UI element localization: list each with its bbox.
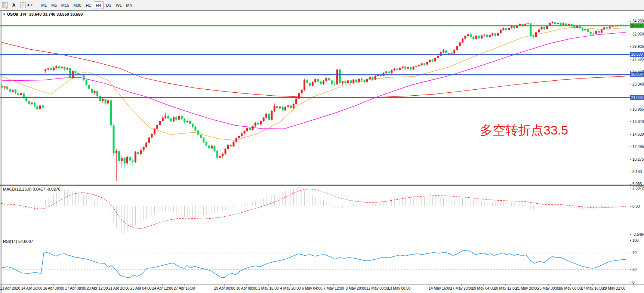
candlesticks <box>1 21 627 181</box>
svg-text:23 Apr 04:00: 23 Apr 04:00 <box>130 286 152 290</box>
svg-text:16.840: 16.840 <box>632 120 644 124</box>
svg-text:14.630: 14.630 <box>632 132 644 136</box>
chart-title[interactable]: ▼USOil-,H433.640 33.740 33.550 33.580 <box>3 12 83 16</box>
svg-text:21.000: 21.000 <box>631 96 643 100</box>
chart-area: 33.50028.50025.00021.00034.26032.05029.9… <box>0 10 644 293</box>
rsi-line <box>1 250 626 278</box>
svg-text:0.00: 0.00 <box>632 204 640 209</box>
svg-text:4 May 20:00: 4 May 20:00 <box>280 286 301 290</box>
svg-text:1 May 16:00: 1 May 16:00 <box>258 286 278 290</box>
macd-signal-line <box>1 189 626 228</box>
timeframe-h1-button[interactable]: H1 <box>84 1 93 9</box>
svg-text:16 Apr 00:00: 16 Apr 00:00 <box>43 286 64 290</box>
svg-text:8 May 20:00: 8 May 20:00 <box>345 286 366 290</box>
chevron-down-icon: ▾ <box>31 3 33 7</box>
svg-text:2.3072: 2.3072 <box>632 186 644 190</box>
svg-text:17 May 23:00: 17 May 23:00 <box>450 286 473 290</box>
svg-text:20 Apr 12:00: 20 Apr 12:00 <box>87 286 108 290</box>
svg-text:25 May 00:00: 25 May 00:00 <box>537 286 560 290</box>
svg-text:28.500: 28.500 <box>631 52 643 56</box>
rsi-indicator-label: RSI(14) 54.6007 <box>3 239 33 244</box>
svg-text:34.260: 34.260 <box>632 19 644 23</box>
rsi-panel: 10070300 <box>0 238 639 284</box>
svg-text:18.985: 18.985 <box>632 107 644 111</box>
svg-text:19 May 04:00: 19 May 04:00 <box>472 286 495 290</box>
svg-text:10.275: 10.275 <box>632 157 644 161</box>
svg-text:-3.5484: -3.5484 <box>632 232 644 237</box>
svg-text:14 May 16:00: 14 May 16:00 <box>429 286 452 290</box>
objects-icon: ✦ <box>27 3 30 8</box>
panel-borders <box>0 10 644 293</box>
toolbar-separator <box>36 1 37 9</box>
timeframe-m5-button[interactable]: M5 <box>49 1 59 9</box>
font-tool-button[interactable]: A <box>10 1 18 9</box>
timeframe-buttons: M1M5M15M30H1H4D1W1MN <box>39 1 134 9</box>
svg-text:23.340: 23.340 <box>632 82 644 86</box>
svg-text:17 Apr 08:00: 17 Apr 08:00 <box>65 286 86 290</box>
svg-text:29 Apr 00:00: 29 Apr 00:00 <box>214 286 235 290</box>
macd-indicator-label: MACD(12,26,9) 0.0417 -0.0270 <box>3 187 60 191</box>
svg-text:0: 0 <box>632 280 635 284</box>
toolbar-separator <box>137 1 138 9</box>
svg-text:27.695: 27.695 <box>632 57 644 61</box>
mt4-window: F A T ✦ ▾ M1M5M15M30H1H4D1W1MN 33.50028.… <box>0 0 644 293</box>
svg-text:32.050: 32.050 <box>632 32 644 36</box>
symbol-label: USOil-,H4 <box>7 12 26 16</box>
svg-text:27 May 16:00: 27 May 16:00 <box>581 286 604 290</box>
svg-text:20 May 12:00: 20 May 12:00 <box>494 286 517 290</box>
macd-panel: 2.30720.00-3.5484 <box>1 186 644 237</box>
symbol-dropdown-icon[interactable]: ▼ <box>3 13 6 16</box>
svg-text:14 Apr 16:00: 14 Apr 16:00 <box>21 286 43 290</box>
svg-text:12.485: 12.485 <box>632 145 644 149</box>
annotation-text: 多空转折点33.5 <box>480 123 568 137</box>
svg-text:12 May 00:00: 12 May 00:00 <box>366 286 389 290</box>
time-axis: 13 Apr 202014 Apr 16:0016 Apr 00:0017 Ap… <box>0 284 626 290</box>
svg-text:21 May 20:00: 21 May 20:00 <box>516 286 539 290</box>
ohlc-values: 33.640 33.740 33.550 33.580 <box>29 12 83 16</box>
svg-text:27 Apr 16:00: 27 Apr 16:00 <box>174 286 195 290</box>
svg-text:25.550: 25.550 <box>632 70 644 74</box>
toolbar: F A T ✦ ▾ M1M5M15M30H1H4D1W1MN <box>0 0 644 10</box>
objects-dropdown-button[interactable]: ✦ ▾ <box>27 3 33 8</box>
svg-text:24 Apr 12:00: 24 Apr 12:00 <box>152 286 173 290</box>
svg-text:21 Apr 20:00: 21 Apr 20:00 <box>108 286 130 290</box>
svg-text:30: 30 <box>632 268 637 272</box>
svg-text:30 Apr 08:00: 30 Apr 08:00 <box>236 286 258 290</box>
spacer <box>19 1 19 9</box>
svg-text:100: 100 <box>632 238 639 243</box>
timeframe-m15-button[interactable]: M15 <box>59 1 71 9</box>
timeframe-d1-button[interactable]: D1 <box>104 1 114 9</box>
timeframe-h4-button[interactable]: H4 <box>94 1 104 9</box>
ma-medium-magenta-line <box>2 32 626 129</box>
timeframe-w1-button[interactable]: W1 <box>114 1 124 9</box>
svg-text:33.500: 33.500 <box>631 24 643 28</box>
svg-text:13 Apr 2020: 13 Apr 2020 <box>0 286 20 290</box>
svg-text:70: 70 <box>632 251 637 255</box>
toolbar-grip-icon[interactable]: F <box>2 2 8 8</box>
svg-text:7 May 12:00: 7 May 12:00 <box>323 286 344 290</box>
text-label-tool-button[interactable]: T <box>20 2 26 8</box>
timeframe-m30-button[interactable]: M30 <box>71 1 83 9</box>
svg-text:6 May 04:00: 6 May 04:00 <box>302 286 322 290</box>
svg-text:29.905: 29.905 <box>632 44 644 49</box>
timeframe-mn-button[interactable]: MN <box>124 1 134 9</box>
svg-text:13 May 08:00: 13 May 08:00 <box>388 286 411 290</box>
ma-long-red-line <box>2 42 626 98</box>
price-chart-svg[interactable]: 33.50028.50025.00021.00034.26032.05029.9… <box>0 10 644 293</box>
timeframe-m1-button[interactable]: M1 <box>39 1 49 9</box>
price-axis: 34.26032.05029.90527.69525.55023.34018.9… <box>630 19 644 186</box>
svg-text:28 May 22:00: 28 May 22:00 <box>603 286 626 290</box>
svg-text:8.130: 8.130 <box>632 170 642 174</box>
svg-text:26 May 08:00: 26 May 08:00 <box>559 286 582 290</box>
